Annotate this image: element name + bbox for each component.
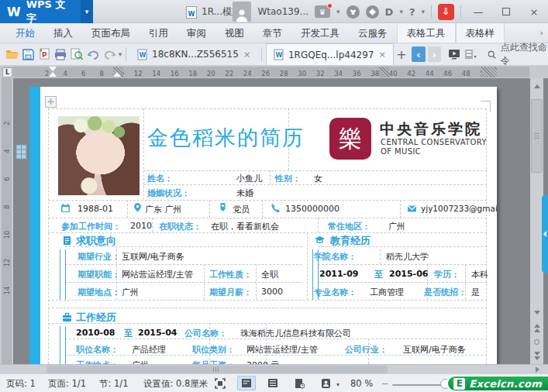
document-tab-2-active[interactable]: W 1RGQEq...lp44297 ×: [266, 43, 394, 65]
scroll-right-button[interactable]: [531, 366, 543, 373]
wps-account-icon[interactable]: D: [385, 6, 394, 18]
education-heading[interactable]: 教育经历: [330, 234, 371, 248]
focus-mode-icon[interactable]: [211, 376, 229, 390]
region-label[interactable]: 常住地区：: [328, 221, 371, 232]
close-tab-icon[interactable]: ×: [243, 50, 250, 60]
indent-marker[interactable]: [113, 72, 121, 77]
wps-app-menu[interactable]: W WPS 文字 ▾: [0, 0, 93, 23]
school-value[interactable]: 稻壳儿大学: [386, 251, 429, 263]
horizontal-scrollbar[interactable]: [0, 364, 548, 373]
job-type-value[interactable]: 全职: [261, 269, 278, 280]
vertical-scrollbar-thumb[interactable]: [531, 99, 543, 173]
table-row-handle-icon[interactable]: [16, 144, 27, 160]
minimize-button[interactable]: —: [467, 0, 489, 23]
ribbon-overflow-icon[interactable]: ›: [536, 23, 548, 43]
exp-date-to-word[interactable]: 至: [124, 328, 133, 339]
job-type-label[interactable]: 工作性质：: [209, 269, 252, 280]
setting-info[interactable]: 设置值: 0.8厘米: [143, 378, 208, 390]
unified-label[interactable]: 是否统招：: [424, 287, 467, 298]
birth-value[interactable]: 1988-01: [78, 204, 113, 214]
exp-date-to[interactable]: 2015-04: [138, 328, 177, 338]
more-tools-icon[interactable]: [464, 46, 478, 63]
vertical-ruler[interactable]: 2468101214: [0, 78, 13, 364]
user-menu-caret-icon[interactable]: ▾: [336, 8, 340, 15]
unified-value[interactable]: 是: [471, 287, 480, 298]
zoom-level[interactable]: 80 %: [350, 378, 373, 389]
salary-label[interactable]: 期望月薪：: [209, 287, 252, 298]
degree-value[interactable]: 本科: [471, 269, 488, 280]
conservatory-name-en1[interactable]: CENTRAL CONSERVATORY: [381, 138, 487, 146]
tab-developer[interactable]: 开发工具: [291, 23, 349, 43]
tab-table-styles[interactable]: 表格样: [456, 23, 505, 43]
app-menu-caret-icon[interactable]: ▾: [81, 0, 93, 23]
school-label[interactable]: 学院名称：: [314, 251, 357, 263]
category-value[interactable]: 网站营运经理/主管: [246, 344, 318, 356]
tab-page-layout[interactable]: 页面布局: [82, 23, 140, 43]
play-demo-icon[interactable]: [447, 46, 462, 63]
major-value[interactable]: 工商管理: [370, 287, 404, 298]
tab-section[interactable]: 章节: [253, 23, 291, 43]
tab-cloud[interactable]: 云服务: [349, 23, 397, 43]
company-industry-label[interactable]: 公司行业：: [345, 344, 388, 356]
position-value[interactable]: 产品经理: [132, 344, 166, 356]
tab-view[interactable]: 视图: [215, 23, 253, 43]
gender-label[interactable]: 性别：: [275, 173, 301, 184]
gender-value[interactable]: 女: [314, 173, 322, 184]
exp-date-from[interactable]: 2010-08: [76, 328, 115, 338]
assistant-icon[interactable]: [316, 376, 335, 390]
tab-references[interactable]: 引用: [140, 23, 177, 43]
member-crown-icon[interactable]: ♛: [315, 5, 330, 18]
conservatory-name-en2[interactable]: OF MUSIC: [381, 147, 421, 156]
table-column-marker[interactable]: [379, 67, 389, 77]
phone-value[interactable]: 1350000000: [285, 204, 339, 214]
name-label[interactable]: 姓名：: [147, 173, 173, 184]
next-page-button[interactable]: [530, 349, 543, 362]
hometown-value[interactable]: 广东 广州: [145, 204, 182, 215]
close-button[interactable]: ×: [523, 0, 545, 23]
export-pdf-icon[interactable]: P: [37, 46, 52, 63]
save-icon[interactable]: [21, 46, 36, 63]
marital-label[interactable]: 婚姻状况：: [147, 187, 190, 199]
maximize-button[interactable]: [495, 0, 517, 23]
back-button[interactable]: ‹: [412, 46, 425, 62]
degree-label[interactable]: 学历：: [434, 269, 460, 280]
edu-date-from[interactable]: 2011-09: [319, 269, 359, 279]
user-name[interactable]: Wtao139...: [257, 6, 308, 17]
document-page[interactable]: ✢: [29, 87, 497, 364]
job-status-value[interactable]: 在职，看看新机会: [211, 221, 279, 232]
tab-review[interactable]: 审阅: [177, 23, 215, 43]
undo-icon[interactable]: [86, 46, 101, 63]
horizontal-ruler[interactable]: 2468101214161820222426283032343638404244…: [0, 66, 548, 78]
read-mode-icon[interactable]: [290, 376, 308, 390]
edu-date-to[interactable]: 2015-06: [389, 269, 429, 279]
sidebar-flyout-tab[interactable]: [542, 195, 548, 273]
place-value[interactable]: 广州: [122, 287, 139, 298]
forward-button[interactable]: ›: [428, 46, 441, 62]
tab-home[interactable]: 开始: [6, 23, 44, 43]
industry-label[interactable]: 期望行业：: [78, 251, 120, 263]
find-command-box[interactable]: 点此查找命令: [488, 41, 548, 67]
salary-value[interactable]: 3000: [261, 287, 283, 297]
email-value[interactable]: yjy1007233@gmail.com: [421, 204, 497, 213]
outline-view-icon[interactable]: [264, 376, 282, 390]
assistant-caret-icon[interactable]: ▾: [336, 381, 339, 388]
company-industry-value[interactable]: 互联网/电子商务: [403, 344, 466, 356]
document-tab-1[interactable]: W 18c8KN...Z556515 ×: [130, 43, 257, 65]
scroll-up-button[interactable]: [530, 80, 543, 92]
industry-value[interactable]: 互联网/电子商务: [122, 251, 184, 263]
page-view-icon[interactable]: [237, 376, 256, 390]
function-value[interactable]: 网站营运经理/主管: [122, 269, 193, 280]
zoom-out-button[interactable]: −: [381, 378, 389, 389]
account-caret-icon[interactable]: ▾: [399, 8, 403, 15]
member-center-icon[interactable]: [366, 5, 379, 19]
job-intention-heading[interactable]: 求职意向: [76, 234, 116, 248]
job-status-label[interactable]: 在职状态：: [159, 221, 202, 232]
position-label[interactable]: 职位名称：: [76, 344, 119, 356]
function-label[interactable]: 期望职能：: [78, 269, 120, 280]
name-value[interactable]: 小鱼儿: [236, 173, 262, 184]
table-move-handle[interactable]: ✢: [45, 96, 57, 108]
resume-title[interactable]: 金色稻米的简历: [147, 124, 305, 152]
profile-photo[interactable]: [58, 116, 140, 195]
company-value[interactable]: 珠海稻壳儿信息科技有限公司: [240, 328, 351, 339]
open-file-icon[interactable]: [5, 46, 19, 63]
